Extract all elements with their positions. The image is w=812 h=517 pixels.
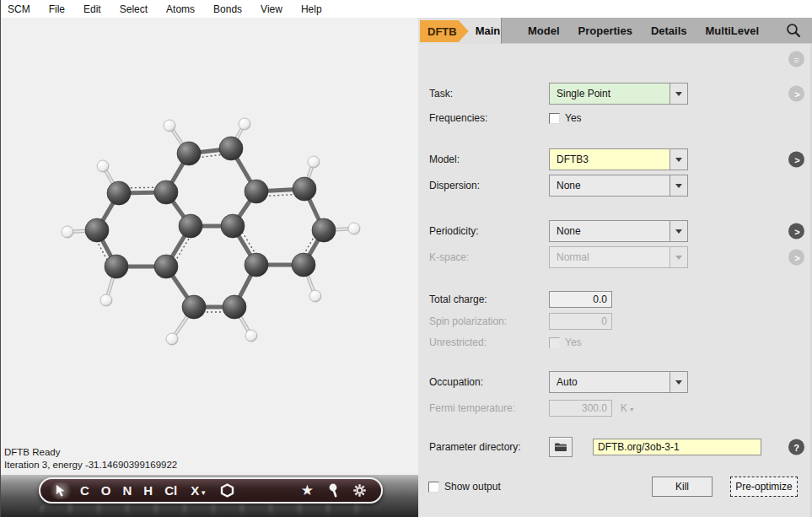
- unrestricted-checkbox-wrap: Yes: [549, 337, 582, 348]
- tab-model[interactable]: Model: [519, 24, 569, 37]
- panel-menu-row: ≡: [418, 51, 812, 67]
- module-tab-label: DFTB: [428, 25, 457, 38]
- browse-directory-button[interactable]: [549, 437, 573, 457]
- frequencies-checkbox-wrap: Yes: [549, 112, 582, 124]
- occupation-row: Occupation: Auto: [418, 371, 812, 393]
- fermi-unit-label: K: [621, 402, 627, 414]
- total-charge-label: Total charge:: [429, 294, 549, 305]
- model-value: DFTB3: [550, 149, 669, 170]
- frequencies-checkbox-label: Yes: [565, 112, 582, 124]
- menu-bar: SCMFileEditSelectAtomsBondsViewHelp: [1, 0, 812, 18]
- tab-multilevel[interactable]: MultiLevel: [696, 24, 769, 37]
- element-buttons: CONHCl: [74, 482, 183, 498]
- module-tab-dftb[interactable]: DFTB: [420, 20, 469, 42]
- menu-edit[interactable]: Edit: [74, 2, 110, 17]
- model-label: Model:: [429, 153, 549, 165]
- periodicity-detail-chevron[interactable]: >: [788, 223, 804, 240]
- kspace-value: Normal: [550, 247, 669, 267]
- dispersion-row: Dispersion: None: [418, 175, 812, 197]
- periodicity-value: None: [550, 221, 669, 241]
- dropdown-arrow-icon[interactable]: [669, 83, 687, 104]
- key-icon: [327, 483, 339, 498]
- task-detail-chevron[interactable]: >: [788, 86, 804, 102]
- periodicity-row: Periodicity: None >: [418, 220, 812, 242]
- spin-polarization-label: Spin polarization:: [429, 315, 549, 327]
- kspace-label: K-space:: [429, 251, 549, 263]
- menu-select[interactable]: Select: [110, 2, 157, 17]
- element-c-button[interactable]: C: [74, 482, 95, 498]
- spin-polarization-input: [549, 313, 612, 330]
- dispersion-dropdown[interactable]: None: [549, 175, 688, 197]
- total-charge-input[interactable]: [549, 291, 612, 308]
- occupation-value: Auto: [550, 372, 669, 392]
- menu-help[interactable]: Help: [292, 2, 331, 17]
- dftb-panel: DFTB Main ModelPropertiesDetailsMultiLev…: [418, 18, 812, 517]
- element-x-button[interactable]: X ▼: [185, 482, 212, 498]
- total-charge-row: Total charge:: [418, 291, 812, 308]
- fermi-unit: K ▾: [621, 402, 633, 414]
- model-dropdown[interactable]: DFTB3: [549, 148, 688, 170]
- form-area: ≡ Task: Single Point > Frequencies: Yes …: [418, 44, 812, 497]
- menu-scm[interactable]: SCM: [8, 2, 40, 17]
- element-o-button[interactable]: O: [95, 482, 117, 498]
- tab-bar-left: DFTB Main: [418, 18, 501, 44]
- menu-view[interactable]: View: [251, 2, 292, 17]
- task-dropdown[interactable]: Single Point: [549, 83, 688, 105]
- unrestricted-checkbox: [549, 337, 560, 348]
- cursor-arrow-icon: [55, 484, 67, 498]
- tab-details[interactable]: Details: [642, 24, 696, 37]
- pre-optimize-button[interactable]: Pre-optimize: [730, 477, 798, 497]
- model-row: Model: DFTB3 >: [418, 148, 812, 170]
- fermi-temperature-input: [549, 400, 612, 417]
- chevron-down-icon: ▼: [200, 490, 207, 497]
- periodicity-dropdown[interactable]: None: [549, 220, 688, 242]
- show-output-wrap: Show output: [428, 481, 550, 493]
- parameter-directory-input[interactable]: [593, 439, 761, 455]
- kspace-dropdown: Normal: [549, 246, 688, 268]
- dropdown-arrow-icon[interactable]: [669, 372, 687, 392]
- status-line-iteration: Iteration 3, energy -31.14690399169922: [4, 459, 177, 471]
- show-output-checkbox[interactable]: [428, 482, 439, 493]
- tab-properties[interactable]: Properties: [569, 24, 642, 37]
- cursor-tool-button[interactable]: [49, 482, 73, 499]
- show-output-label: Show output: [444, 481, 501, 493]
- dropdown-arrow-icon[interactable]: [669, 149, 687, 170]
- action-row: Show output Kill Pre-optimize: [418, 477, 812, 497]
- element-cl-button[interactable]: Cl: [159, 482, 183, 498]
- frequencies-label: Frequencies:: [429, 112, 549, 124]
- status-text: DFTB Ready Iteration 3, energy -31.14690…: [4, 446, 177, 471]
- frequencies-checkbox[interactable]: [549, 113, 560, 124]
- occupation-dropdown[interactable]: Auto: [549, 371, 688, 393]
- panel-menu-icon[interactable]: ≡: [788, 51, 804, 67]
- dispersion-value: None: [550, 175, 669, 196]
- menu-bonds[interactable]: Bonds: [204, 2, 251, 17]
- kill-button[interactable]: Kill: [652, 477, 713, 497]
- element-x-label: X: [191, 484, 199, 497]
- element-h-button[interactable]: H: [137, 482, 159, 498]
- model-detail-chevron[interactable]: >: [788, 152, 804, 168]
- kspace-detail-chevron: >: [788, 250, 804, 266]
- ring-tool-button[interactable]: [214, 482, 240, 499]
- search-button[interactable]: [786, 23, 801, 38]
- menu-file[interactable]: File: [40, 2, 74, 17]
- element-n-button[interactable]: N: [117, 482, 138, 498]
- status-line-ready: DFTB Ready: [4, 446, 177, 459]
- select-tool-button[interactable]: [321, 482, 345, 499]
- unit-chevron-down-icon: ▾: [630, 406, 633, 413]
- structures-tool-button[interactable]: ★: [295, 482, 320, 499]
- menu-atoms[interactable]: Atoms: [157, 2, 204, 17]
- toolbar-reflection: [39, 504, 383, 517]
- tabs-container: ModelPropertiesDetailsMultiLevel: [519, 24, 768, 37]
- parameter-directory-row: Parameter directory: ?: [418, 436, 812, 458]
- help-icon[interactable]: ?: [788, 439, 804, 455]
- dropdown-arrow-icon[interactable]: [669, 221, 687, 241]
- settings-tool-button[interactable]: [347, 482, 373, 499]
- molecule-viewer[interactable]: DFTB Ready Iteration 3, energy -31.14690…: [1, 18, 418, 475]
- task-label: Task:: [429, 88, 549, 100]
- periodicity-label: Periodicity:: [429, 225, 549, 237]
- dropdown-arrow-icon[interactable]: [669, 175, 687, 196]
- molecule-render: [1, 18, 418, 475]
- hexagon-ring-icon: [220, 483, 234, 498]
- tab-bar-right: ModelPropertiesDetailsMultiLevel: [501, 18, 812, 44]
- tab-main[interactable]: Main: [476, 24, 501, 37]
